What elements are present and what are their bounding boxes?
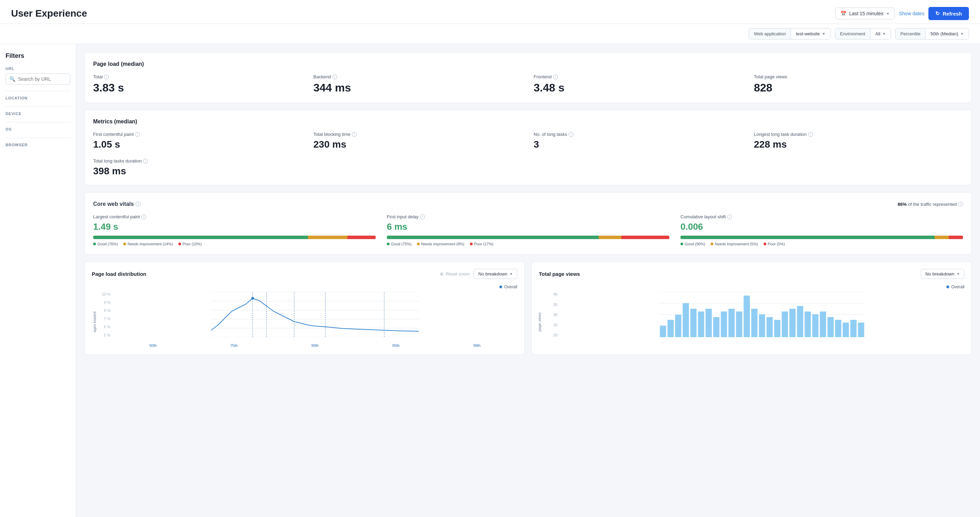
page-title: User Experience — [11, 8, 87, 19]
cwv-cls-value: 0.006 — [681, 222, 963, 232]
info-icon[interactable]: i — [569, 132, 573, 137]
info-icon[interactable]: i — [332, 75, 337, 79]
svg-rect-24 — [668, 320, 674, 337]
info-icon[interactable]: i — [136, 202, 141, 206]
breakdown-select[interactable]: No breakdown ▼ — [921, 269, 964, 279]
chevron-down-icon: ▼ — [886, 12, 889, 16]
svg-rect-44 — [820, 311, 826, 337]
zoom-icon: ⊕ — [440, 271, 444, 276]
reset-zoom-button[interactable]: ⊕ Reset zoom — [440, 271, 469, 276]
metrics-median-grid: First contentful paint i 1.05 s Total bl… — [93, 132, 963, 150]
info-icon[interactable]: i — [958, 202, 963, 206]
svg-rect-45 — [827, 317, 834, 337]
info-icon[interactable]: i — [553, 75, 558, 79]
svg-rect-48 — [851, 320, 857, 337]
svg-rect-36 — [759, 314, 765, 337]
metric-tbt-label: Total blocking time i — [313, 132, 523, 137]
cwv-fid-label: First input delay i — [387, 214, 670, 219]
metric-backend: Backend i 344 ms — [313, 74, 523, 94]
page-load-dist-header: Page load distribution ⊕ Reset zoom No b… — [92, 269, 517, 279]
cls-poor-bar — [949, 236, 963, 239]
cls-poor-legend: Poor (5%) — [764, 242, 785, 246]
environment-value[interactable]: All ▼ — [870, 29, 891, 39]
cls-needs-bar — [935, 236, 949, 239]
line-chart: 50th 75th 90th 95th 99th — [113, 292, 517, 337]
info-icon[interactable]: i — [352, 132, 357, 137]
cwv-cls: Cumulative layout shift i 0.006 Good (90… — [681, 214, 963, 246]
percentile-value[interactable]: 50th (Median) ▼ — [926, 29, 969, 39]
page-load-dist-card: Page load distribution ⊕ Reset zoom No b… — [84, 262, 525, 355]
sidebar: Filters URL 🔍 LOCATION DEVICE OS BROWSER — [0, 44, 76, 517]
bar-chart — [560, 292, 964, 337]
poor-dot — [178, 243, 181, 245]
web-app-value[interactable]: test-website ▼ — [791, 29, 830, 39]
metric-frontend-label: Frontend i — [534, 74, 743, 79]
metric-total-long-tasks-label: Total long tasks duration i — [93, 158, 963, 164]
metric-total-long-tasks-value: 398 ms — [93, 166, 963, 177]
refresh-label: Refresh — [943, 11, 962, 17]
svg-rect-31 — [721, 311, 727, 337]
fid-progress-bar — [387, 236, 670, 239]
percentile-label: Percentile — [896, 29, 926, 39]
breakdown-select[interactable]: No breakdown ▼ — [474, 269, 517, 279]
svg-rect-47 — [843, 322, 849, 337]
metric-backend-value: 344 ms — [313, 81, 523, 94]
percentile-filter[interactable]: Percentile 50th (Median) ▼ — [895, 28, 969, 40]
url-search-input[interactable] — [18, 76, 67, 82]
lcp-good-legend: Good (76%) — [93, 242, 118, 246]
lcp-good-bar — [93, 236, 308, 239]
total-page-views-controls: No breakdown ▼ — [921, 269, 964, 279]
info-icon[interactable]: i — [727, 214, 732, 219]
url-search-wrapper[interactable]: 🔍 — [6, 73, 70, 85]
metric-backend-label: Backend i — [313, 74, 523, 79]
info-icon[interactable]: i — [141, 214, 146, 219]
cls-good-bar — [681, 236, 935, 239]
environment-filter[interactable]: Environment All ▼ — [835, 28, 891, 40]
url-label: URL — [6, 67, 70, 71]
browser-filter-section: BROWSER — [6, 143, 70, 147]
show-dates-button[interactable]: Show dates — [899, 11, 924, 16]
device-label: DEVICE — [6, 112, 70, 116]
overall-dot — [947, 286, 949, 288]
y-axis: 4035302520 — [539, 292, 560, 337]
fid-needs-legend: Needs improvement (8%) — [417, 242, 465, 246]
lcp-needs-legend: Needs improvement (14%) — [123, 242, 173, 246]
header-right: 📅 Last 15 minutes ▼ Show dates ↻ Refresh — [835, 7, 969, 20]
metric-total-label: Total i — [93, 74, 302, 79]
svg-rect-33 — [736, 311, 743, 337]
overall-legend: Overall — [539, 284, 964, 289]
metric-frontend-value: 3.48 s — [534, 81, 743, 94]
environment-label: Environment — [835, 29, 870, 39]
lcp-progress-bar — [93, 236, 376, 239]
overall-legend: Overall — [92, 284, 517, 289]
metric-tbt-value: 230 ms — [313, 139, 523, 150]
svg-rect-27 — [690, 309, 697, 337]
info-icon[interactable]: i — [135, 132, 140, 137]
web-app-filter[interactable]: Web application test-website ▼ — [749, 28, 831, 40]
refresh-button[interactable]: ↻ Refresh — [928, 7, 969, 20]
info-icon[interactable]: i — [808, 132, 813, 137]
web-app-label: Web application — [749, 29, 791, 39]
metric-longest-task-label: Longest long task duration i — [754, 132, 963, 137]
metric-total-value: 3.83 s — [93, 81, 302, 94]
cwv-title: Core web vitals i — [93, 201, 141, 207]
needs-dot — [417, 243, 420, 245]
time-selector[interactable]: 📅 Last 15 minutes ▼ — [835, 8, 895, 19]
traffic-badge: 86% of the traffic represented i — [897, 202, 963, 207]
svg-rect-30 — [713, 317, 719, 337]
fid-needs-bar — [599, 236, 621, 239]
info-icon[interactable]: i — [143, 159, 148, 164]
page-load-card: Page load (median) Total i 3.83 s Backen… — [84, 52, 972, 103]
cwv-fid: First input delay i 6 ms Good (75%) — [387, 214, 670, 246]
info-icon[interactable]: i — [420, 214, 425, 219]
svg-rect-23 — [660, 326, 666, 337]
cwv-cls-label: Cumulative layout shift i — [681, 214, 963, 219]
metric-longest-task: Longest long task duration i 228 ms — [754, 132, 963, 150]
search-icon: 🔍 — [10, 76, 15, 82]
refresh-icon: ↻ — [935, 10, 940, 17]
chevron-down-icon: ▼ — [956, 272, 960, 276]
svg-rect-46 — [835, 320, 842, 337]
cls-needs-legend: Needs improvement (5%) — [711, 242, 758, 246]
time-range-value: Last 15 minutes — [849, 11, 883, 16]
info-icon[interactable]: i — [104, 75, 109, 79]
